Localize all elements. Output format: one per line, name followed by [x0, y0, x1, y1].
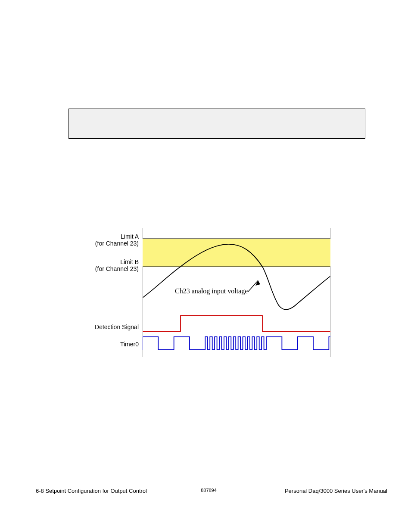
timer0-label: Timer0 [73, 341, 139, 348]
page-footer: 6-8 Setpoint Configuration for Output Co… [30, 484, 387, 497]
annotation-arrow-shaft [248, 280, 258, 292]
footer-center: 887894 [201, 488, 217, 493]
page: Limit A (for Channel 23) Limit B (for Ch… [0, 0, 411, 532]
detection-signal-label: Detection Signal [73, 324, 139, 330]
limit-b-label: Limit B (for Channel 23) [73, 258, 139, 272]
limit-a-line1: Limit A [121, 233, 139, 240]
limit-b-line2: (for Channel 23) [95, 265, 139, 272]
limit-a-line2: (for Channel 23) [95, 240, 139, 247]
footer-right: Personal Daq/3000 Series User's Manual [285, 488, 387, 494]
limit-a-label: Limit A (for Channel 23) [73, 233, 139, 247]
timer0-trace [143, 337, 330, 350]
chart-area: Ch23 analog input voltage [143, 228, 330, 359]
detection-signal-trace [143, 316, 330, 331]
analog-input-annotation: Ch23 analog input voltage [175, 287, 248, 295]
limit-b-line1: Limit B [120, 258, 139, 265]
footer-left: 6-8 Setpoint Configuration for Output Co… [36, 488, 147, 494]
limit-band [143, 239, 330, 267]
figure-placeholder-box [68, 109, 365, 139]
